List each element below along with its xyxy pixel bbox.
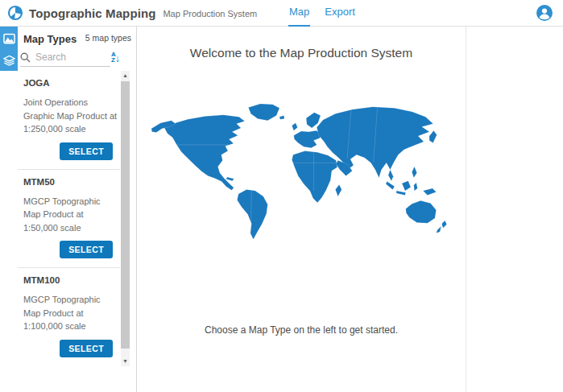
layers-widget-button[interactable] [0, 50, 18, 71]
brand: Topographic Mapping Map Production Syste… [7, 0, 257, 26]
map-type-name: JOGA [23, 71, 117, 88]
app-header: Topographic Mapping Map Production Syste… [0, 0, 563, 27]
sort-button[interactable]: AZ ↓ [111, 48, 127, 66]
layers-widget-icon [3, 55, 15, 66]
app-subtitle: Map Production System [163, 7, 257, 19]
search-input[interactable] [34, 51, 101, 64]
map-type-name: MTM50 [23, 170, 117, 187]
panel-title-row: Map Types 5 map types [23, 31, 131, 44]
scrollbar-up-arrow[interactable]: ▲ [121, 71, 130, 80]
map-type-card: TM50 Topographic Map Product at 1:50,000… [18, 366, 120, 367]
map-type-card: JOGA Joint Operations Graphic Map Produc… [18, 71, 136, 160]
sort-down-arrow-icon: ↓ [115, 51, 120, 64]
globe-logo-icon [7, 5, 23, 21]
select-button[interactable]: SELECT [60, 340, 113, 357]
user-account-icon [536, 5, 553, 21]
world-map-image [146, 88, 457, 250]
tab-export[interactable]: Export [324, 0, 356, 27]
instruction-text: Choose a Map Type on the left to get sta… [137, 324, 466, 336]
map-type-name: MTM100 [23, 268, 117, 285]
map-type-card: MTM100 MGCP Topographic Map Product at 1… [18, 267, 120, 357]
app-window: Topographic Mapping Map Production Syste… [0, 0, 563, 392]
app-title: Topographic Mapping [29, 6, 155, 20]
sidebar-scrollbar[interactable]: ▲ ▼ [121, 71, 130, 366]
search-icon [20, 52, 31, 63]
main-nav: Map Export [288, 0, 356, 27]
scrollbar-down-arrow[interactable]: ▼ [121, 357, 130, 366]
map-widget-button[interactable] [0, 28, 18, 49]
select-button[interactable]: SELECT [60, 241, 113, 258]
map-type-count: 5 map types [85, 33, 131, 43]
map-type-description: MGCP Topographic Map Product at 1:100,00… [23, 293, 118, 333]
welcome-heading: Welcome to the Map Production System [137, 46, 466, 60]
account-button[interactable] [536, 5, 553, 21]
scrollbar-thumb[interactable] [121, 81, 130, 349]
select-button-row: SELECT [23, 142, 113, 160]
select-button-row: SELECT [23, 241, 113, 258]
main-content: Welcome to the Map Production System [137, 27, 466, 392]
map-types-panel: Map Types 5 map types AZ ↓ JOGA Joint Op… [18, 27, 137, 392]
map-widget-icon [3, 33, 15, 44]
map-type-list: JOGA Joint Operations Graphic Map Produc… [18, 71, 136, 366]
search-box [20, 48, 110, 67]
map-type-card: MTM50 MGCP Topographic Map Product at 1:… [18, 169, 120, 259]
map-type-description: Joint Operations Graphic Map Product at … [23, 96, 118, 136]
select-button[interactable]: SELECT [60, 142, 113, 160]
select-button-row: SELECT [23, 340, 113, 357]
panel-title: Map Types [23, 33, 77, 45]
tab-map[interactable]: Map [288, 0, 310, 27]
map-type-description: MGCP Topographic Map Product at 1:50,000… [23, 195, 118, 235]
widget-rail [0, 27, 18, 392]
